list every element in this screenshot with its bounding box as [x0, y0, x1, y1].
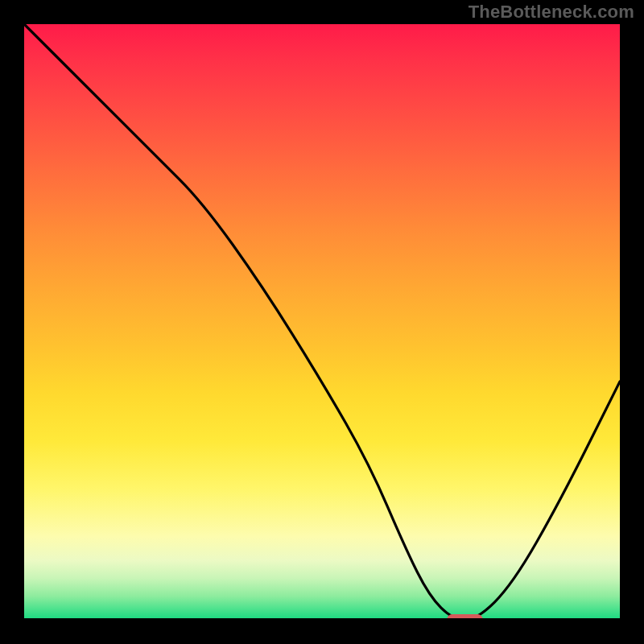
- chart-frame: TheBottleneck.com: [0, 0, 644, 644]
- bottleneck-curve: [24, 24, 620, 620]
- curve-path: [24, 24, 620, 620]
- plot-area: [24, 24, 620, 620]
- watermark-text: TheBottleneck.com: [469, 2, 634, 23]
- x-axis-band: [24, 618, 620, 628]
